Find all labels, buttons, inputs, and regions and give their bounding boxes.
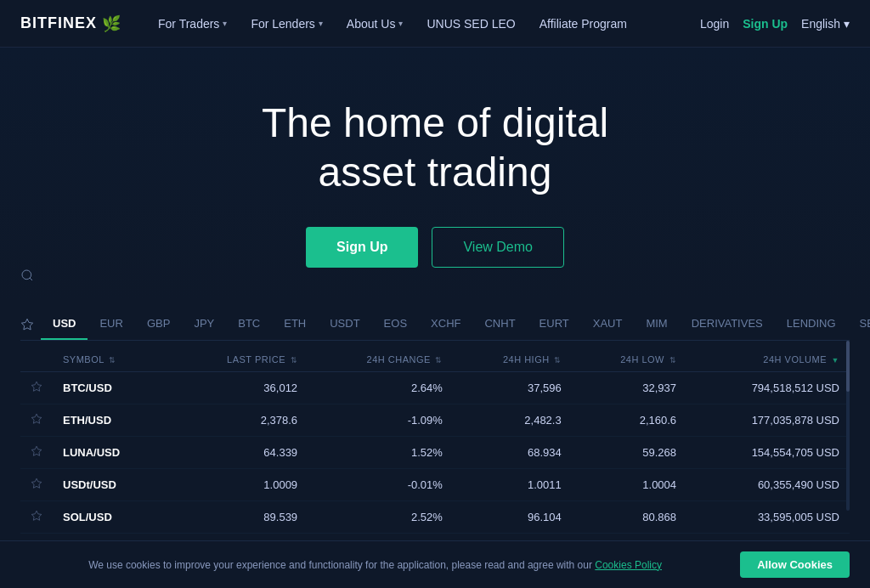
market-tabs: USDEURGBPJPYBTCETHUSDTEOSXCHFCNHTEURTXAU… <box>41 308 870 340</box>
nav-for-traders[interactable]: For Traders ▾ <box>148 10 237 37</box>
search-tab-icon[interactable] <box>20 269 34 286</box>
td-last-price: 36,012 <box>171 372 308 404</box>
market-tab-xaut[interactable]: XAUT <box>581 308 635 340</box>
chevron-down-icon: ▾ <box>223 19 227 28</box>
market-table-body: BTC/USD 36,012 2.64% 37,596 32,937 794,5… <box>20 372 850 563</box>
allow-cookies-button[interactable]: Allow Cookies <box>740 551 850 578</box>
signup-nav-button[interactable]: Sign Up <box>743 17 788 31</box>
svg-marker-6 <box>31 478 42 488</box>
market-tab-mim[interactable]: MIM <box>634 308 679 340</box>
hero-section: The home of digital asset trading Sign U… <box>0 48 870 302</box>
chevron-down-icon: ▾ <box>319 19 323 28</box>
favorite-cell[interactable] <box>20 501 53 534</box>
market-tab-gbp[interactable]: GBP <box>135 308 182 340</box>
td-low: 2,160.6 <box>572 404 686 437</box>
td-last-price: 2,378.6 <box>171 404 308 437</box>
td-symbol[interactable]: USDt/USD <box>53 469 171 501</box>
cookie-text: We use cookies to improve your experienc… <box>20 559 730 571</box>
market-tab-securities[interactable]: SECURITIES <box>848 308 870 340</box>
star-tab-icon[interactable] <box>20 309 34 340</box>
nav-about-us[interactable]: About Us ▾ <box>336 10 414 37</box>
td-volume: 177,035,878 USD <box>686 404 850 437</box>
cookie-banner: We use cookies to improve your experienc… <box>0 540 870 588</box>
th-24h-change[interactable]: 24H CHANGE ⇅ <box>308 348 453 372</box>
star-icon <box>31 445 42 457</box>
market-tab-usd[interactable]: USD <box>41 308 88 340</box>
scrollbar[interactable] <box>846 341 850 511</box>
market-table: SYMBOL ⇅ LAST PRICE ⇅ 24H CHANGE ⇅ 24H H… <box>20 348 850 562</box>
sort-icon: ⇅ <box>435 356 443 365</box>
market-tab-jpy[interactable]: JPY <box>182 308 226 340</box>
favorite-cell[interactable] <box>20 404 53 437</box>
market-tab-eos[interactable]: EOS <box>372 308 419 340</box>
svg-marker-0 <box>21 319 32 330</box>
language-selector[interactable]: English ▾ <box>801 17 850 31</box>
star-icon <box>31 478 42 489</box>
td-symbol[interactable]: LUNA/USD <box>53 437 171 469</box>
td-change: 2.52% <box>308 501 453 534</box>
th-symbol[interactable]: SYMBOL ⇅ <box>53 348 171 372</box>
td-high: 96.104 <box>453 501 572 534</box>
navbar: BITFINEX 🌿 For Traders ▾ For Lenders ▾ A… <box>0 0 870 48</box>
market-tab-lending[interactable]: LENDING <box>775 308 848 340</box>
nav-affiliate[interactable]: Affiliate Program <box>529 10 637 37</box>
sort-icon: ⇅ <box>109 356 116 365</box>
sort-icon: ⇅ <box>291 356 298 365</box>
cookie-policy-link[interactable]: Cookies Policy <box>595 559 662 571</box>
market-tab-eur[interactable]: EUR <box>88 308 134 340</box>
hero-title: The home of digital asset trading <box>17 99 853 196</box>
th-24h-low[interactable]: 24H LOW ⇅ <box>572 348 686 372</box>
td-volume: 60,355,490 USD <box>686 469 850 501</box>
login-button[interactable]: Login <box>700 17 729 31</box>
logo[interactable]: BITFINEX 🌿 <box>20 14 121 33</box>
market-tab-cnht[interactable]: CNHT <box>472 308 527 340</box>
market-tabs-row: USDEURGBPJPYBTCETHUSDTEOSXCHFCNHTEURTXAU… <box>20 308 850 341</box>
brand-name: BITFINEX <box>20 14 97 32</box>
th-24h-volume[interactable]: 24H VOLUME ▼ <box>686 348 850 372</box>
td-symbol[interactable]: ETH/USD <box>53 404 171 437</box>
nav-unus-sed-leo[interactable]: UNUS SED LEO <box>416 10 525 37</box>
td-high: 2,482.3 <box>453 404 572 437</box>
svg-marker-5 <box>31 446 42 455</box>
table-row: BTC/USD 36,012 2.64% 37,596 32,937 794,5… <box>20 372 850 404</box>
table-row: USDt/USD 1.0009 -0.01% 1.0011 1.0004 60,… <box>20 469 850 501</box>
td-volume: 794,518,512 USD <box>686 372 850 404</box>
td-symbol[interactable]: SOL/USD <box>53 501 171 534</box>
favorite-cell[interactable] <box>20 469 53 501</box>
nav-for-lenders[interactable]: For Lenders ▾ <box>240 10 332 37</box>
leaf-icon: 🌿 <box>102 14 121 33</box>
market-tab-derivatives[interactable]: DERIVATIVES <box>680 308 775 340</box>
market-tab-xchf[interactable]: XCHF <box>419 308 472 340</box>
svg-line-13 <box>30 278 32 280</box>
market-tab-eurt[interactable]: EURT <box>528 308 581 340</box>
star-icon <box>31 381 42 393</box>
svg-marker-4 <box>31 414 42 423</box>
hero-demo-button[interactable]: View Demo <box>432 227 564 268</box>
favorite-cell[interactable] <box>20 437 53 469</box>
td-change: -0.01% <box>308 469 453 501</box>
td-symbol[interactable]: BTC/USD <box>53 372 171 404</box>
sort-icon: ▼ <box>832 356 839 365</box>
scrollbar-thumb <box>846 341 850 392</box>
th-last-price[interactable]: LAST PRICE ⇅ <box>171 348 308 372</box>
td-low: 1.0004 <box>572 469 686 501</box>
chevron-down-icon: ▾ <box>844 17 850 31</box>
td-change: 2.64% <box>308 372 453 404</box>
hero-signup-button[interactable]: Sign Up <box>306 227 418 268</box>
table-row: SOL/USD 89.539 2.52% 96.104 80.868 33,59… <box>20 501 850 534</box>
sort-icon: ⇅ <box>669 356 677 365</box>
favorite-cell[interactable] <box>20 372 53 404</box>
chevron-down-icon: ▾ <box>398 19 403 28</box>
th-24h-high[interactable]: 24H HIGH ⇅ <box>453 348 572 372</box>
svg-point-12 <box>22 270 31 280</box>
td-volume: 33,595,005 USD <box>686 501 850 534</box>
td-high: 68.934 <box>453 437 572 469</box>
market-tab-eth[interactable]: ETH <box>272 308 318 340</box>
market-tab-usdt[interactable]: USDT <box>318 308 371 340</box>
td-low: 32,937 <box>572 372 686 404</box>
market-tab-btc[interactable]: BTC <box>226 308 272 340</box>
table-row: LUNA/USD 64.339 1.52% 68.934 59.268 154,… <box>20 437 850 469</box>
sort-icon: ⇅ <box>554 356 562 365</box>
td-low: 59.268 <box>572 437 686 469</box>
td-volume: 154,554,705 USD <box>686 437 850 469</box>
